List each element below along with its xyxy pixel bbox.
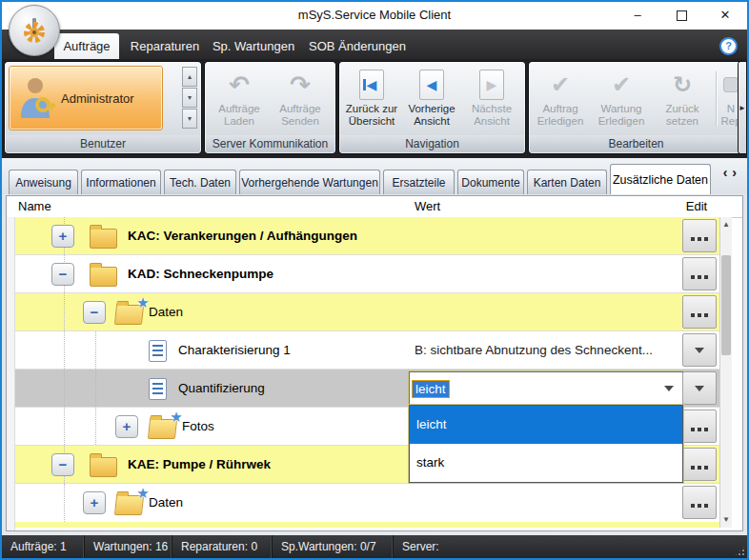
minimize-icon: –	[634, 8, 640, 22]
ellipsis-icon	[690, 228, 710, 245]
maximize-button[interactable]	[659, 2, 703, 29]
row-value: B: sichtbare Abnutzung des Schneckent...	[415, 331, 653, 370]
tab-ersatzteile[interactable]: Ersatzteile	[383, 170, 455, 194]
edit-dropdown-button[interactable]	[682, 333, 717, 367]
tree-row-daten-2[interactable]: + ★ Daten	[15, 484, 719, 522]
chevron-right-icon: ►	[739, 104, 746, 112]
status-auftraege: Aufträge: 1	[2, 535, 85, 558]
wartung-erledigen-button[interactable]: ✔ WartungErledigen	[592, 67, 651, 133]
tab-scroll-arrows[interactable]: ‹›	[723, 165, 741, 180]
expand-icon[interactable]: +	[83, 491, 106, 514]
edit-ellipsis-button[interactable]	[682, 410, 717, 443]
value-combobox[interactable]: leicht	[409, 371, 683, 406]
row-name: KAE: Pumpe / Rührwek	[128, 446, 271, 484]
scroll-down-icon[interactable]: ▼	[720, 512, 732, 528]
column-header-wert[interactable]: Wert	[415, 199, 440, 213]
status-sp-wartungen: Sp.Wartungen: 0/7	[273, 535, 394, 558]
close-button[interactable]: ✕	[703, 2, 747, 29]
list-icon	[149, 340, 167, 362]
vertical-scrollbar[interactable]: ▲ ▼	[719, 217, 732, 528]
folder-icon	[90, 267, 117, 287]
ribbon-tab-auftraege[interactable]: Aufträge	[54, 33, 119, 59]
group-label-benutzer: Benutzer	[6, 135, 200, 152]
grid-header: Name Wert Edit	[7, 196, 742, 218]
collapse-icon[interactable]: −	[51, 453, 74, 476]
ribbon-tab-sob-aenderungen[interactable]: SOB Änderungen	[307, 33, 408, 59]
group-label-bearbeiten: Bearbeiten	[530, 135, 742, 152]
check-icon: ✔	[612, 71, 631, 98]
app-menu-button[interactable]	[9, 5, 60, 56]
scroll-down-icon[interactable]: ▾	[182, 88, 197, 108]
scroll-up-icon[interactable]: ▲	[720, 217, 732, 232]
group-bearbeiten: ✔ AuftragErledigen ✔ WartungErledigen ↻ …	[529, 62, 743, 153]
refresh-icon: ↻	[673, 71, 692, 98]
group-label-server-kommunikation: Server Kommunikation	[206, 135, 334, 152]
status-reparaturen: Reparaturen: 0	[172, 535, 273, 558]
tab-karten-daten[interactable]: Karten Daten	[527, 170, 607, 194]
ellipsis-icon	[690, 266, 710, 283]
ribbon-tab-sp-wartungen[interactable]: Sp. Wartungen	[208, 33, 299, 59]
tree-row-quantifizierung[interactable]: Quantifizierung leicht	[15, 370, 719, 408]
folder-star-icon: ★	[114, 305, 144, 325]
tree-row-kad[interactable]: − KAD: Schneckenpumpe	[15, 255, 719, 293]
edit-ellipsis-button[interactable]	[682, 448, 717, 481]
tree-row-daten[interactable]: − ★ Daten	[15, 293, 719, 331]
tab-informationen[interactable]: Informationen	[81, 170, 161, 194]
status-wartungen: Wartungen: 16	[85, 535, 172, 558]
first-view-icon: ◀	[359, 70, 384, 100]
edit-ellipsis-button[interactable]	[682, 486, 717, 519]
vorherige-ansicht-button[interactable]: ◀ VorherigeAnsicht	[402, 67, 461, 133]
group-server-kommunikation: ↶ AufträgeLaden ↷ AufträgeSenden Server …	[205, 62, 335, 153]
row-name: KAC: Verankerungen / Aufhängungen	[128, 217, 357, 255]
tree-guide	[64, 370, 65, 407]
auftraege-senden-button[interactable]: ↷ AufträgeSenden	[271, 67, 330, 133]
ribbon-tab-reparaturen[interactable]: Reparaturen	[126, 33, 204, 59]
minimize-button[interactable]: –	[616, 2, 659, 29]
tab-dokumente[interactable]: Dokumente	[457, 170, 524, 194]
column-header-edit[interactable]: Edit	[677, 199, 717, 213]
dropdown-option-leicht[interactable]: leicht	[410, 406, 682, 444]
tree-row-charakterisierung[interactable]: Charakterisierung 1 B: sichtbare Abnutzu…	[15, 331, 719, 370]
clipped-icon	[723, 77, 739, 92]
tree-guide	[95, 370, 96, 407]
ribbon-scroll-right-button[interactable]: ►	[739, 62, 746, 153]
scroll-up-icon[interactable]: ▴	[182, 67, 197, 87]
list-icon	[149, 378, 167, 400]
ribbon: Administrator ▴ ▾ ▾ Benutzer ↶ AufträgeL…	[2, 59, 747, 158]
ellipsis-icon	[690, 304, 710, 321]
tree-row-kac[interactable]: + KAC: Verankerungen / Aufhängungen	[15, 217, 719, 255]
expand-icon[interactable]: +	[51, 225, 74, 248]
edit-ellipsis-button[interactable]	[682, 257, 717, 290]
next-row-partial	[15, 522, 719, 528]
collapse-icon[interactable]: −	[83, 301, 106, 324]
column-header-name[interactable]: Name	[18, 199, 51, 213]
dropdown-option-stark[interactable]: stark	[410, 444, 682, 482]
tab-tech-daten[interactable]: Tech. Daten	[164, 170, 236, 194]
naechste-ansicht-button[interactable]: ▶ NächsteAnsicht	[462, 67, 521, 133]
group-separator	[716, 71, 717, 127]
group-benutzer: Administrator ▴ ▾ ▾ Benutzer	[5, 62, 201, 153]
auftraege-laden-button[interactable]: ↶ AufträgeLaden	[210, 67, 269, 133]
ribbon-tab-row: Aufträge Reparaturen Sp. Wartungen SOB Ä…	[2, 30, 747, 59]
scrollbar-thumb[interactable]	[721, 255, 731, 355]
current-user-item[interactable]: Administrator	[10, 67, 162, 130]
tab-vorhergehende-wartungen[interactable]: Vorhergehende Wartungen	[239, 170, 380, 194]
expand-icon[interactable]: +	[115, 415, 138, 438]
tab-anweisung[interactable]: Anweisung	[9, 170, 78, 194]
chevron-down-icon	[695, 348, 704, 353]
redo-arrow-icon: ↷	[290, 70, 311, 100]
zurueck-setzen-button[interactable]: ↻ Zurücksetzen	[653, 67, 712, 133]
edit-ellipsis-button[interactable]	[682, 295, 717, 329]
collapse-icon[interactable]: −	[51, 263, 74, 286]
help-icon[interactable]: ?	[719, 37, 738, 55]
tab-zusaetzliche-daten[interactable]: Zusätzliche Daten	[610, 164, 711, 194]
chevron-down-icon	[695, 386, 704, 391]
tree-guide	[95, 408, 96, 445]
expand-gallery-icon[interactable]: ▾	[182, 109, 197, 129]
maximize-icon	[677, 10, 687, 21]
zurueck-zur-uebersicht-button[interactable]: ◀ Zurück zurÜbersicht	[342, 67, 401, 133]
edit-dropdown-button[interactable]	[682, 371, 717, 405]
combobox-selected-text: leicht	[413, 381, 449, 397]
auftrag-erledigen-button[interactable]: ✔ AuftragErledigen	[531, 67, 590, 133]
edit-ellipsis-button[interactable]	[682, 219, 717, 252]
